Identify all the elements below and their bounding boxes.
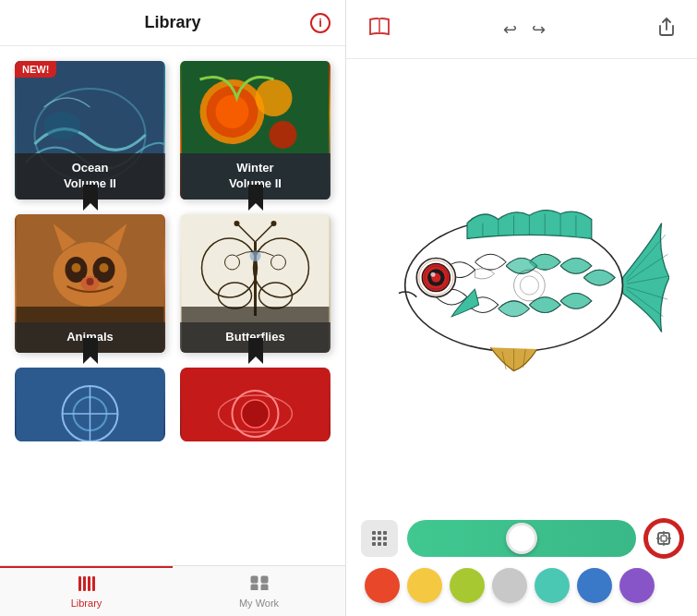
tab-my-work-label: My Work	[239, 598, 279, 609]
tab-library-label: Library	[71, 598, 102, 609]
svg-point-12	[54, 242, 127, 307]
svg-rect-80	[372, 537, 376, 540]
svg-point-20	[87, 278, 94, 285]
bottom-nav: Library My Work	[0, 565, 345, 616]
svg-point-30	[250, 250, 261, 261]
header-left-icons	[365, 13, 394, 45]
svg-rect-46	[92, 576, 95, 591]
bookmark-winter	[246, 185, 265, 211]
fish-illustration	[374, 165, 669, 405]
svg-rect-50	[261, 585, 268, 590]
svg-point-9	[270, 121, 297, 149]
svg-point-7	[216, 95, 249, 128]
color-swatch-lime[interactable]	[450, 568, 485, 603]
book-cover-animals: Animals	[15, 214, 165, 353]
info-button[interactable]: i	[310, 13, 330, 33]
palette-area	[346, 511, 697, 616]
library-icon	[78, 576, 96, 595]
book-icon[interactable]	[365, 13, 394, 45]
book-cover-6	[180, 368, 330, 441]
undo-button[interactable]: ↩	[499, 16, 521, 43]
brush-settings-button[interactable]	[645, 520, 682, 557]
redo-button[interactable]: ↪	[528, 16, 549, 43]
bookmark-animals	[81, 338, 100, 364]
book-card-animals[interactable]: Animals	[15, 214, 165, 353]
color-slider-row	[361, 520, 682, 557]
book-cover-butterflies: Butterflies	[180, 214, 330, 353]
svg-rect-84	[378, 542, 381, 546]
my-work-icon	[250, 575, 269, 595]
svg-rect-47	[251, 576, 258, 583]
svg-rect-85	[383, 542, 387, 546]
svg-rect-78	[378, 531, 381, 535]
color-opacity-slider[interactable]	[407, 520, 636, 557]
svg-point-41	[242, 400, 270, 428]
book-card-butterflies[interactable]: Butterflies	[180, 214, 330, 353]
svg-rect-87	[661, 536, 667, 541]
svg-rect-48	[261, 576, 268, 583]
bookmark-butterflies	[246, 338, 265, 364]
svg-rect-45	[88, 576, 90, 591]
new-badge: NEW!	[15, 61, 56, 78]
grid-palette-button[interactable]	[361, 520, 398, 557]
svg-rect-79	[383, 531, 387, 535]
left-panel: Library i NEW! OceanVolume II	[0, 0, 346, 616]
svg-point-17	[72, 263, 81, 272]
books-grid: NEW! OceanVolume II	[0, 46, 345, 565]
color-swatch-gray[interactable]	[492, 568, 527, 603]
svg-point-2	[44, 112, 81, 139]
book-card-6[interactable]	[180, 368, 330, 441]
color-swatch-yellow[interactable]	[407, 568, 442, 603]
book-cover-winter: WinterVolume II	[180, 61, 330, 199]
color-swatch-blue[interactable]	[577, 568, 612, 603]
library-title: Library	[144, 13, 200, 32]
tab-library[interactable]: Library	[0, 566, 173, 616]
undo-redo-controls: ↩ ↪	[499, 16, 549, 43]
share-button[interactable]	[655, 13, 679, 45]
bookmark-ocean	[81, 185, 100, 211]
tab-my-work[interactable]: My Work	[173, 566, 345, 616]
header-right-icons	[655, 13, 679, 45]
right-panel: ↩ ↪	[346, 0, 697, 616]
svg-rect-49	[251, 585, 258, 590]
book-card-ocean[interactable]: NEW! OceanVolume II	[15, 61, 165, 199]
library-header: Library i	[0, 0, 345, 46]
book-card-winter[interactable]: WinterVolume II	[180, 61, 330, 199]
svg-point-31	[234, 221, 240, 226]
svg-rect-43	[78, 576, 81, 591]
svg-rect-77	[372, 531, 376, 535]
svg-point-32	[271, 221, 277, 226]
svg-rect-82	[383, 537, 387, 540]
book-cover-ocean: NEW! OceanVolume II	[15, 61, 165, 199]
svg-point-72	[430, 272, 435, 276]
color-swatch-teal[interactable]	[535, 568, 570, 603]
color-swatch-red[interactable]	[365, 568, 400, 603]
svg-rect-81	[378, 537, 381, 540]
right-header: ↩ ↪	[346, 0, 697, 59]
svg-rect-44	[83, 576, 86, 591]
svg-rect-83	[372, 542, 376, 546]
color-swatches-row	[361, 568, 682, 603]
book-card-5[interactable]	[15, 368, 165, 441]
book-cover-5	[15, 368, 165, 441]
svg-point-18	[100, 263, 109, 272]
slider-thumb	[506, 523, 537, 554]
color-swatch-purple[interactable]	[619, 568, 655, 603]
svg-point-8	[256, 79, 293, 116]
canvas-area[interactable]	[346, 59, 697, 511]
